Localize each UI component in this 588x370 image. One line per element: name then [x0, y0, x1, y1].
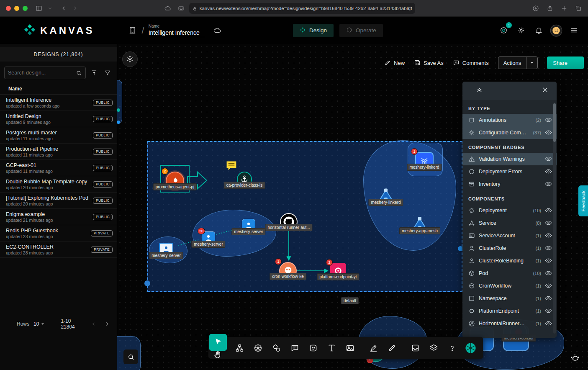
design-name-input[interactable] — [149, 28, 205, 37]
design-list-item-gcp-east-01[interactable]: GCP-east-01updated 11 minutes agoPUBLIC — [0, 160, 117, 176]
node-meshery-server[interactable]: 20meshery-server — [202, 231, 215, 244]
panel-row-service[interactable]: Service(8) — [462, 217, 557, 229]
cloud-save-icon[interactable] — [211, 24, 224, 37]
help-tool[interactable] — [443, 339, 461, 357]
visibility-eye-icon[interactable] — [545, 282, 552, 290]
connection-status-icon[interactable]: 1 — [497, 24, 510, 37]
window-controls[interactable] — [6, 6, 28, 11]
visibility-eye-icon[interactable] — [545, 207, 552, 214]
visibility-eye-icon[interactable] — [545, 168, 552, 175]
zoom-button[interactable] — [123, 349, 138, 364]
visibility-eye-icon[interactable] — [545, 295, 552, 302]
kanvas-logo[interactable]: KANVAS — [23, 23, 95, 38]
node-cron-workflow-ke[interactable]: 1cron-workflow-ke — [279, 262, 297, 280]
design-list-item-enigma-example[interactable]: Enigma exampleupdated 21 minutes agoPUBL… — [0, 209, 117, 225]
close-window-button[interactable] — [6, 6, 11, 11]
panel-scrollbar[interactable] — [553, 103, 556, 334]
text-tool[interactable] — [322, 339, 341, 357]
new-tab-icon[interactable] — [559, 3, 570, 14]
node-meshery-app-mesh[interactable]: meshery-app-mesh — [410, 217, 429, 234]
visibility-eye-icon[interactable] — [545, 270, 552, 277]
new-design-button[interactable]: New — [384, 59, 405, 66]
browser-forward-button[interactable] — [69, 3, 80, 14]
next-page-button[interactable] — [102, 319, 111, 329]
comment-tool[interactable] — [285, 339, 304, 357]
panel-row-horizontalrunnerautos[interactable]: HorizontalRunnerAutos(1) — [462, 317, 557, 330]
icloud-icon[interactable] — [162, 3, 173, 14]
sticker-tool[interactable] — [304, 339, 322, 357]
visibility-eye-icon[interactable] — [545, 180, 552, 188]
kubernetes-tool[interactable] — [249, 339, 267, 357]
visibility-eye-icon[interactable] — [545, 244, 552, 252]
node-prometheus-agent-pj[interactable]: 2prometheus-agent-pj — [166, 172, 184, 190]
minimize-window-button[interactable] — [14, 6, 19, 11]
layers-tool[interactable] — [424, 339, 443, 357]
reload-icon[interactable] — [408, 6, 412, 11]
organization-icon[interactable] — [126, 24, 139, 37]
visibility-eye-icon[interactable] — [545, 129, 552, 136]
design-canvas[interactable]: 1 2prometheus-agent-pjca-provider-class-… — [117, 44, 588, 370]
feedback-tab[interactable]: Feedback — [578, 185, 588, 216]
design-list-item-postgres-multi-master[interactable]: Postgres multi-masterupdated 11 minutes … — [0, 127, 117, 144]
visibility-eye-icon[interactable] — [545, 307, 552, 315]
save-as-button[interactable]: Save As — [414, 59, 444, 66]
collapse-panel-icon[interactable] — [476, 86, 485, 95]
node-comment-pin[interactable] — [226, 161, 237, 171]
meshery-tool[interactable] — [461, 339, 480, 357]
panel-row-configurable-compon[interactable]: Configurable Compon(37) — [462, 126, 557, 139]
settings-gear-icon[interactable] — [514, 24, 528, 37]
actions-caret-icon[interactable] — [526, 57, 537, 69]
chevron-down-icon[interactable] — [44, 3, 55, 14]
design-list-item-tutorial-exploring-kubernetes-pod[interactable]: [Tutorial] Exploring Kubernetes Podupdat… — [0, 193, 117, 209]
panel-row-clusterrolebinding[interactable]: ClusterRoleBinding(1) — [462, 254, 557, 267]
visibility-eye-icon[interactable] — [545, 257, 552, 265]
visibility-eye-icon[interactable] — [545, 219, 552, 227]
design-list-item-untitled-design[interactable]: Untitled Designupdated 9 minutes agoPUBL… — [0, 111, 117, 127]
visibility-eye-icon[interactable] — [545, 155, 552, 163]
shapes-tool[interactable] — [267, 339, 285, 357]
previous-page-button[interactable] — [89, 319, 98, 329]
visibility-eye-icon[interactable] — [545, 232, 552, 239]
panel-row-inventory[interactable]: Inventory — [462, 178, 557, 190]
node-meshery-linkerd[interactable]: meshery-linkerd — [376, 188, 395, 205]
panel-row-namespace[interactable]: Namespace(1) — [462, 292, 557, 305]
tab-operate[interactable]: Operate — [339, 24, 383, 37]
node-meshery-server[interactable]: meshery-server — [159, 243, 173, 255]
pen-tool[interactable] — [364, 339, 383, 357]
panel-row-clusterrole[interactable]: ClusterRole(1) — [462, 242, 557, 254]
panel-row-deployment[interactable]: Deployment(10) — [462, 204, 557, 217]
lamp-button[interactable] — [567, 350, 582, 365]
design-list-item-double-bubble-map-template-copy[interactable]: Double Bubble Map Template-copyupdated 2… — [0, 176, 117, 193]
node-platform-endpoint-yt[interactable]: 2platform-endpoint-yt — [330, 263, 346, 279]
design-search[interactable] — [4, 67, 86, 79]
node-horizontal-runner-aut[interactable]: horizontal-runner-aut... — [280, 213, 298, 231]
import-design-icon[interactable] — [89, 68, 99, 78]
visibility-eye-icon[interactable] — [545, 116, 552, 124]
rows-per-page-select[interactable]: 10 — [33, 321, 46, 327]
actions-dropdown-button[interactable]: Actions — [498, 57, 538, 69]
node-ca-provider-class-ls[interactable]: ca-provider-class-ls — [237, 172, 252, 187]
tab-design[interactable]: Design — [293, 24, 334, 37]
panel-row-cronworkflow[interactable]: CronWorkflow(1) — [462, 280, 557, 292]
close-panel-icon[interactable] — [542, 86, 551, 95]
design-list-item-redis-php-guestbook[interactable]: Redis PHP Guestbookupdated 23 minutes ag… — [0, 225, 117, 242]
browser-sidebar-icon[interactable] — [33, 3, 44, 14]
comments-button[interactable]: Comments — [453, 59, 489, 66]
panel-scrollbar-thumb[interactable] — [553, 103, 556, 142]
dock-toggle-button[interactable] — [122, 51, 138, 67]
browser-back-button[interactable] — [59, 3, 69, 14]
filter-icon[interactable] — [103, 68, 113, 78]
pan-tool[interactable] — [211, 350, 225, 360]
address-bar[interactable]: kanvas.new/extension/meshmap?mode=design… — [189, 3, 415, 14]
panel-row-pod[interactable]: Pod(10) — [462, 267, 557, 280]
design-search-input[interactable] — [8, 70, 76, 76]
panel-row-platformendpoint[interactable]: PlatformEndpoint(1) — [462, 305, 557, 317]
panel-row-serviceaccount[interactable]: ServiceAccount(1) — [462, 229, 557, 242]
panel-row-validation-warnings[interactable]: Validation Warnings — [462, 153, 557, 165]
design-list-item-ec2-controller[interactable]: EC2-CONTROLLERupdated 28 minutes agoPRIV… — [0, 242, 117, 258]
visibility-eye-icon[interactable] — [545, 320, 552, 327]
maximize-window-button[interactable] — [23, 6, 28, 11]
share-icon[interactable] — [544, 3, 555, 14]
downloads-icon[interactable] — [530, 3, 541, 14]
select-tool[interactable] — [209, 334, 227, 351]
